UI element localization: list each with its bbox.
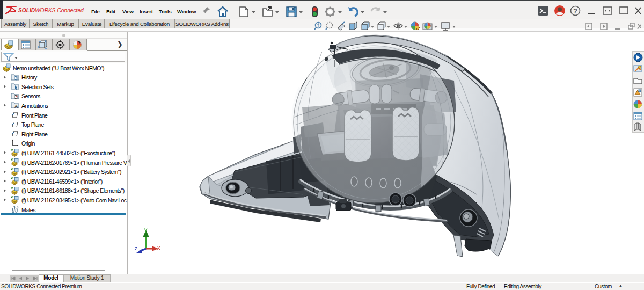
svg-text:X: X (157, 245, 161, 251)
svg-text:A: A (14, 104, 18, 109)
svg-text:z: z (135, 245, 137, 251)
svg-text:Y: Y (144, 228, 148, 234)
